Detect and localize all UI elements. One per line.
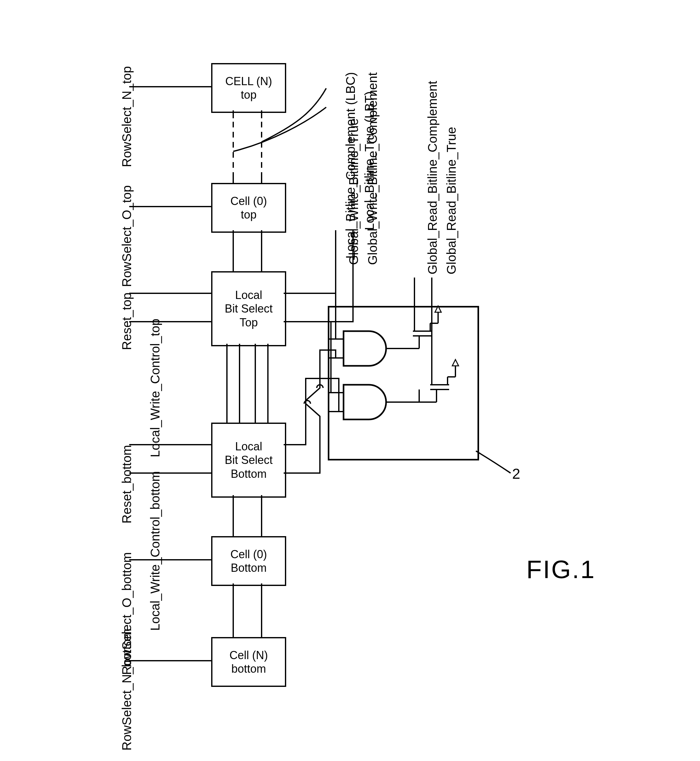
lwc-bottom-label: Local_Write_Control_bottom <box>148 471 162 631</box>
pass-transistor-bottom-icon <box>419 277 459 402</box>
and-gate-top-icon <box>328 331 419 366</box>
rowselect-n-top-label: RowSelect_N_top <box>120 66 134 167</box>
figure-label: FIG.1 <box>527 555 596 584</box>
reset-top-label: Reset_top <box>120 293 134 350</box>
gwbc-label: Global_Write_Bitline_Complement <box>366 72 380 265</box>
rowselect-0-top-label: RowSelect_O_top <box>120 185 134 287</box>
gwbt-label: Global_Write_Bitline_True <box>347 118 361 265</box>
svg-marker-40 <box>435 306 441 312</box>
memory-bitline-diagram: CELL (N) top Cell (0) top Local Bit Sele… <box>9 9 691 752</box>
and-gate-bottom-icon <box>328 385 419 420</box>
grbt-label: Global_Read_Bitline_True <box>444 127 459 274</box>
ref-number-2: 2 <box>512 465 520 482</box>
rowselect-n-bottom-label: RowSelect_N_bottom <box>120 628 134 751</box>
svg-marker-51 <box>452 360 459 366</box>
reset-bottom-label: Reset_bottom <box>120 445 134 523</box>
pass-transistor-top-icon <box>413 277 441 349</box>
grbc-label: Global_Read_Bitline_Complement <box>425 81 440 274</box>
lwc-top-label: Local_Write_Control_top <box>148 318 162 457</box>
